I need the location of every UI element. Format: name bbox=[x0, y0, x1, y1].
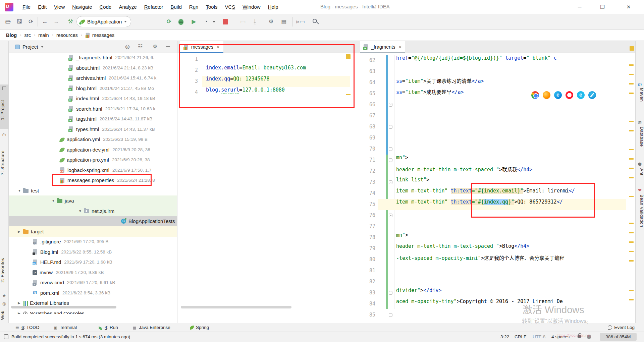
code-line-84[interactable]: aced m-opacity-tiny">Copyright © 2016 - … bbox=[378, 298, 626, 309]
warning-stripe-mark[interactable] bbox=[629, 64, 634, 66]
warning-stripe-mark[interactable] bbox=[629, 223, 634, 224]
tab-fragments[interactable]: H _fragments ✕ bbox=[360, 41, 405, 53]
save-all-icon[interactable]: 🖫︎ bbox=[15, 18, 23, 26]
code-line-79[interactable]: header m-text-thin m-text-spaced ">Blog<… bbox=[378, 243, 626, 254]
search-everywhere-icon[interactable] bbox=[313, 19, 317, 23]
breadcrumb-item-messages[interactable]: messages bbox=[92, 33, 114, 38]
code-line-62[interactable]: href="@{/blog/{id}(id=${blog.id})}" targ… bbox=[378, 55, 626, 66]
code-line-68[interactable] bbox=[378, 121, 626, 132]
tree-row-java[interactable]: ▼java bbox=[9, 195, 177, 206]
warning-stripe-mark[interactable] bbox=[629, 241, 634, 243]
gear-icon[interactable]: ⚙ bbox=[153, 43, 157, 50]
close-icon[interactable]: ✕ bbox=[398, 45, 402, 50]
menu-view[interactable]: View bbox=[50, 0, 68, 14]
debug-icon[interactable] bbox=[178, 19, 183, 25]
tree-row-search.html[interactable]: Hsearch.html2021/6/21 17:34, 10.63 k bbox=[9, 104, 177, 114]
menu-code[interactable]: Code bbox=[96, 0, 115, 14]
build-hammer-icon[interactable]: ⚒ bbox=[66, 18, 74, 26]
code-line-78[interactable]: mn"> bbox=[378, 232, 626, 243]
tree-row-pom.xml[interactable]: pom.xml2021/6/22 8:54, 3.36 kB bbox=[9, 288, 177, 298]
menu-edit[interactable]: Edit bbox=[34, 0, 50, 14]
close-button[interactable]: ✕ bbox=[618, 0, 639, 14]
fold-marker-icon[interactable] bbox=[389, 291, 392, 295]
tree-row-application.yml[interactable]: application.yml2021/6/23 15:19, 99 B bbox=[9, 134, 177, 145]
tree-horizontal-scrollbar[interactable] bbox=[11, 306, 116, 308]
warning-stripe-mark[interactable] bbox=[629, 121, 634, 122]
tool-stripe-web[interactable]: Web bbox=[0, 307, 9, 323]
warning-stripe-mark[interactable] bbox=[629, 149, 634, 150]
rerun-icon[interactable]: ⟳ bbox=[165, 18, 173, 26]
warning-stripe-mark[interactable] bbox=[629, 74, 634, 75]
edge-icon[interactable] bbox=[554, 91, 562, 99]
code-line-69[interactable] bbox=[378, 132, 626, 144]
collapsed-arrow-icon[interactable]: ▶ bbox=[18, 230, 23, 233]
expanded-arrow-icon[interactable]: ▼ bbox=[78, 209, 84, 213]
tree-row-test[interactable]: ▼test bbox=[9, 185, 177, 196]
tree-row-target[interactable]: ▶target bbox=[9, 226, 177, 237]
tree-row-HELP.md[interactable]: MDHELP.md2021/6/9 17:20, 1.68 kB bbox=[9, 257, 177, 267]
collapsed-arrow-icon[interactable]: ▶ bbox=[18, 301, 23, 305]
locate-file-icon[interactable]: ◎ bbox=[125, 43, 130, 50]
warning-stripe-mark[interactable] bbox=[629, 158, 634, 160]
tool-stripe-favorites[interactable]: 2: Favorites bbox=[0, 251, 9, 289]
menu-window[interactable]: Window bbox=[239, 0, 264, 14]
warning-stripe-mark[interactable] bbox=[629, 251, 634, 252]
memory-indicator[interactable]: 386 of 854M bbox=[600, 333, 637, 341]
warning-stripe-mark[interactable] bbox=[629, 232, 634, 233]
tree-row-about.html[interactable]: Habout.html2021/6/24 21:14, 8.23 kB bbox=[9, 63, 177, 73]
caret-position[interactable]: 3:22 bbox=[500, 334, 509, 339]
code-line-70[interactable] bbox=[378, 144, 626, 155]
safari-icon[interactable] bbox=[588, 91, 596, 99]
chrome-icon[interactable] bbox=[531, 91, 539, 99]
tool-stripe-structure[interactable]: 7: Structure bbox=[0, 141, 9, 184]
run-configuration-select[interactable]: BlogApplication bbox=[76, 16, 131, 27]
tree-row-Blog.iml[interactable]: Blog.iml2021/6/22 8:55, 12.58 kB bbox=[9, 247, 177, 257]
settings-wrench-icon[interactable]: ⚙ bbox=[267, 18, 275, 26]
menu-analyze[interactable]: Analyze bbox=[115, 0, 140, 14]
breadcrumb-item-resources[interactable]: resources bbox=[56, 33, 78, 38]
run-coverage-icon[interactable]: ▶ bbox=[190, 18, 198, 26]
fold-marker-icon[interactable] bbox=[389, 103, 392, 107]
opera-icon[interactable] bbox=[566, 91, 573, 99]
tree-row-.gitignore[interactable]: ⊘.gitignore2021/6/9 17:20, 395 B bbox=[9, 236, 177, 247]
tree-row-application-pro.yml[interactable]: application-pro.yml2021/6/9 20:28, 38 bbox=[9, 155, 177, 165]
stop-icon[interactable] bbox=[223, 19, 228, 24]
project-structure-icon[interactable]: ▤ bbox=[280, 18, 288, 26]
code-line-82[interactable] bbox=[378, 276, 626, 287]
code-line-64[interactable]: ss="item">关于课余练习的清单</a> bbox=[378, 77, 626, 88]
tree-row-Scratches and Consoles[interactable]: ▶Scratches and Consoles bbox=[9, 308, 177, 314]
code-line-77[interactable] bbox=[378, 221, 626, 232]
profiler-chevron-icon[interactable] bbox=[213, 21, 215, 23]
toolwindow-button-spring[interactable]: Spring bbox=[190, 325, 209, 330]
hide-icon[interactable]: ─ bbox=[166, 43, 170, 49]
collapsed-arrow-icon[interactable]: ▶ bbox=[18, 311, 23, 314]
code-line-81[interactable] bbox=[378, 265, 626, 276]
warning-stripe-mark[interactable] bbox=[629, 196, 634, 197]
breadcrumb-item-main[interactable]: main bbox=[38, 33, 49, 38]
breadcrumb-item-Blog[interactable]: Blog bbox=[6, 33, 17, 38]
tool-stripe-bean-validation[interactable]: Bean Validation bbox=[636, 194, 644, 238]
toolwindow-button-4-run[interactable]: ▶4: Run bbox=[98, 325, 118, 330]
menu-run[interactable]: Run bbox=[185, 0, 202, 14]
firefox-icon[interactable] bbox=[543, 91, 550, 99]
inspection-indicator[interactable] bbox=[630, 46, 634, 51]
toolwindow-button-java-enterprise[interactable]: ▦Java Enterprise bbox=[132, 325, 170, 330]
back-icon[interactable]: ← bbox=[41, 18, 49, 26]
code-line-66[interactable] bbox=[378, 99, 626, 110]
ie-icon[interactable] bbox=[577, 91, 585, 99]
menu-vcs[interactable]: VCS bbox=[221, 0, 239, 14]
menu-refactor[interactable]: Refactor bbox=[141, 0, 167, 14]
tree-row-application-dev.yml[interactable]: application-dev.yml2021/6/9 20:28, 36 bbox=[9, 145, 177, 155]
code-line-71[interactable]: mn"> bbox=[378, 155, 626, 166]
warning-stripe-mark[interactable] bbox=[629, 83, 634, 84]
code-line-67[interactable] bbox=[378, 110, 626, 121]
warning-stripe-mark[interactable] bbox=[629, 168, 634, 169]
menu-help[interactable]: Help bbox=[264, 0, 282, 14]
warning-stripe-mark[interactable] bbox=[629, 299, 634, 300]
expanded-arrow-icon[interactable]: ▼ bbox=[18, 189, 23, 192]
toolwindow-button-terminal[interactable]: ▣Terminal bbox=[53, 325, 77, 330]
warning-stripe-mark[interactable] bbox=[629, 177, 634, 178]
tool-stripe-project-label[interactable]: 1: Project bbox=[0, 92, 9, 128]
menu-tools[interactable]: Tools bbox=[202, 0, 221, 14]
collapse-all-icon[interactable]: ☳ bbox=[138, 43, 143, 50]
